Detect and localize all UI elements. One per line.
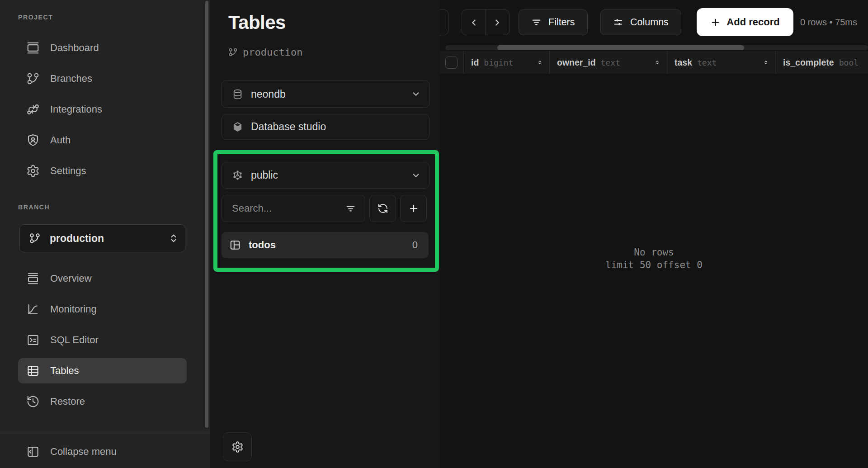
chevron-down-icon [411,89,421,99]
sort-icon[interactable] [760,58,768,66]
sidebar-scrollbar[interactable] [205,1,208,428]
sidebar: PROJECT Dashboard Branches Integrations [0,0,210,468]
add-record-button[interactable]: Add record [697,8,793,36]
columns-button[interactable]: Columns [600,9,681,35]
empty-state: No rows limit 50 offset 0 [440,246,868,271]
column-name: is_complete [783,57,834,68]
sidebar-item-sql-editor[interactable]: SQL Editor [18,327,187,353]
sidebar-item-overview[interactable]: Overview [18,266,187,291]
filter-icon[interactable] [345,203,356,214]
database-icon [232,89,243,100]
sidebar-item-monitoring[interactable]: Monitoring [18,297,187,322]
git-branch-icon [26,72,40,85]
add-table-button[interactable] [400,195,427,222]
column-header-owner-id[interactable]: owner_id text [549,51,667,74]
sidebar-item-dashboard[interactable]: Dashboard [18,35,187,61]
horizontal-scrollbar-thumb[interactable] [497,45,744,50]
tables-panel: Tables production neondb Database studio [210,0,440,468]
schema-selector[interactable]: public [222,162,429,189]
branch-selector-value: production [50,232,104,245]
sidebar-item-label: Overview [50,273,92,284]
horizontal-scrollbar-track[interactable] [445,45,868,50]
sidebar-item-auth[interactable]: Auth [18,128,187,153]
sidebar-item-tables[interactable]: Tables [18,358,187,383]
column-header-task[interactable]: task text [667,51,775,74]
column-name: owner_id [557,57,596,68]
restore-history-icon [26,395,40,408]
sidebar-item-label: Tables [50,365,79,377]
sidebar-item-branches[interactable]: Branches [18,66,187,91]
git-branch-icon [29,232,41,244]
table-icon [229,239,241,251]
sidebar-item-label: Restore [50,396,85,407]
tables-icon [26,364,40,378]
plus-icon [408,203,419,214]
database-selector-value: neondb [251,88,286,100]
empty-state-line1: No rows [440,246,868,259]
panel-collapse-icon [26,445,40,459]
sliders-icon [613,17,623,28]
grid-header-row: id bigint owner_id text task text [440,51,868,74]
filter-icon [531,17,542,28]
column-header-id[interactable]: id bigint [463,51,549,74]
column-type: text [601,58,620,67]
database-selector[interactable]: neondb [222,80,429,108]
chevron-down-icon [411,170,421,180]
sidebar-item-label: Dashboard [50,42,99,54]
filters-button[interactable]: Filters [519,9,588,35]
git-branch-icon [228,47,238,57]
database-studio-button[interactable]: Database studio [222,114,429,140]
sidebar-item-settings[interactable]: Settings [18,158,187,184]
refresh-tables-button[interactable] [369,195,396,222]
column-type: bigint [484,58,513,67]
table-row-count: 0 [412,239,418,251]
sort-icon[interactable] [651,58,660,66]
sidebar-item-label: Monitoring [50,303,97,315]
branch-selector[interactable]: production [19,224,185,252]
filters-button-label: Filters [548,17,575,28]
sidebar-footer-divider [0,431,210,431]
database-studio-box-icon [232,121,243,132]
neon-console-app: PROJECT Dashboard Branches Integrations [0,0,868,468]
table-list-item-todos[interactable]: todos 0 [222,232,429,258]
empty-state-line2: limit 50 offset 0 [440,259,868,271]
sort-icon[interactable] [534,58,542,66]
add-record-label: Add record [726,16,779,28]
columns-button-label: Columns [630,17,669,28]
column-name: task [675,57,692,68]
schema-selector-value: public [251,169,278,181]
schema-icon [232,170,243,181]
project-nav-group: Dashboard Branches Integrations Auth [18,35,187,184]
gear-icon [231,441,244,453]
table-search-row [222,195,429,222]
branch-indicator-name: production [243,47,302,58]
next-page-button[interactable] [486,10,509,35]
cut-off-toolbar-button[interactable] [440,9,448,35]
branch-section-label: BRANCH [18,203,50,211]
table-name: todos [249,239,276,251]
data-grid-panel: Filters Columns Add record 0 rows • 75ms… [440,0,868,468]
sidebar-item-restore[interactable]: Restore [18,389,187,414]
prev-page-button[interactable] [462,10,486,35]
sidebar-footer: Collapse menu [18,439,187,464]
table-search-box [222,195,365,222]
refresh-icon [377,203,388,214]
sidebar-item-integrations[interactable]: Integrations [18,97,187,122]
column-type: text [697,58,717,67]
branch-nav-group: Overview Monitoring SQL Editor Tables [18,266,187,414]
sidebar-item-label: Integrations [50,104,102,115]
monitoring-chart-icon [26,303,40,316]
settings-gear-icon [26,164,40,178]
chevrons-up-down-icon [169,233,179,243]
page-title: Tables [228,12,286,33]
branch-indicator: production [228,47,302,58]
panel-settings-button[interactable] [223,432,252,461]
select-all-checkbox[interactable] [445,57,458,69]
sidebar-item-label: Settings [50,165,86,177]
column-header-is-complete[interactable]: is_complete bool [775,51,868,74]
pagination-control [462,9,509,35]
collapse-menu-button[interactable]: Collapse menu [18,439,187,464]
integrations-icon [26,103,40,116]
search-input[interactable] [232,203,336,214]
chevron-left-icon [469,18,479,28]
